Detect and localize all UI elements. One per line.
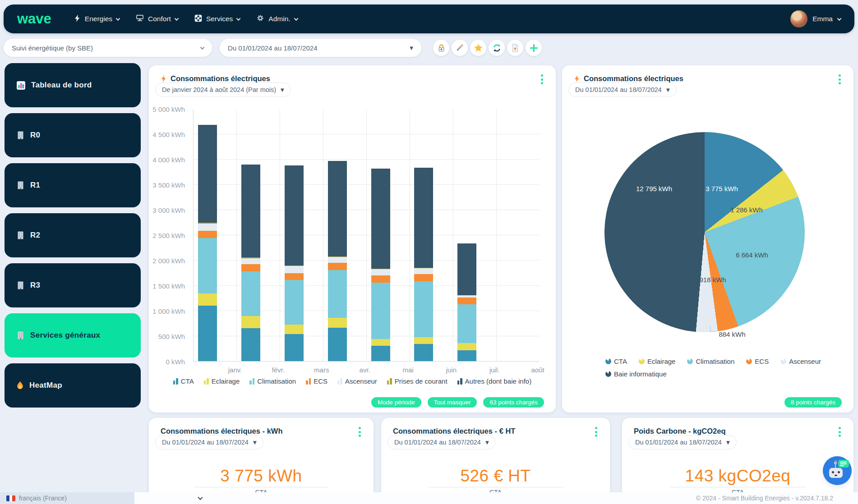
kpi-card-title: Consommations électriques - kWh [161, 427, 282, 435]
kpi-value: 143 kgCO2eq [622, 467, 853, 486]
bar-chart-glyph-icon [173, 378, 178, 385]
import-button[interactable] [507, 40, 523, 56]
fan-icon [194, 14, 202, 24]
kpi-card-1: Consommations électriques - kWhDu 01/01/… [149, 418, 374, 504]
bar-chart-card: Consommations électriques De janvier 202… [149, 65, 556, 412]
sidebar-item-label: R3 [30, 281, 40, 290]
bar-segment-ascenseur [414, 268, 433, 274]
robot-face-icon [829, 468, 843, 478]
sidebar-item-tableau-de-bord[interactable]: Tableau de bord [5, 63, 141, 107]
sidebar-item-r3[interactable]: R3 [5, 263, 141, 307]
legend-item-ascenseur[interactable]: Ascenseur [780, 357, 821, 365]
bar-segment-eclairage [198, 293, 217, 306]
pie-slice-label-ecs: 884 kWh [719, 330, 745, 338]
nav-item-services[interactable]: Services [194, 14, 240, 24]
bar-chart-glyph-icon [337, 378, 342, 385]
sidebar-item-label: Services généraux [30, 331, 100, 340]
bar-segment-ecs [328, 263, 347, 270]
legend-item-eclairage[interactable]: Eclairage [639, 357, 676, 365]
pie-period-value: Du 01/01/2024 au 18/07/2024 [575, 86, 662, 93]
x-tick-label: mars [314, 366, 329, 374]
bar-segment-ecs [198, 231, 217, 238]
kebab-menu-icon[interactable] [837, 425, 843, 439]
user-menu[interactable]: Emma [790, 10, 841, 27]
building-icon [16, 181, 25, 190]
legend-label: Eclairage [212, 377, 240, 385]
pie-period-select[interactable]: Du 01/01/2024 au 18/07/2024 ▼ [568, 82, 677, 97]
legend-label: Climatisation [257, 377, 296, 385]
sidebar-item-heatmap[interactable]: HeatMap [5, 363, 141, 408]
sidebar-item-r0[interactable]: R0 [5, 113, 141, 157]
sidebar-item-r1[interactable]: R1 [5, 163, 141, 207]
pie-chart-glyph-icon [605, 358, 611, 364]
pie-chart-card: Consommations électriques Du 01/01/2024 … [562, 65, 853, 412]
bar-band-juil: juil. [453, 109, 496, 361]
legend-label: Ascenseur [789, 357, 821, 365]
pie-card-title: Consommations électriques [584, 74, 683, 83]
bar-band-juin: juin [410, 109, 453, 361]
edit-button[interactable] [452, 40, 468, 56]
pie-chart-glyph-icon [605, 371, 611, 377]
pie-chart-glyph-icon [639, 358, 645, 364]
legend-item-eclairage[interactable]: Eclairage [204, 377, 240, 385]
y-tick-label: 0 kWh [166, 358, 185, 366]
legend-item-cta[interactable]: CTA [173, 377, 194, 385]
bar-card-title: Consommations électriques [171, 74, 270, 83]
kpi-period-select[interactable]: Du 01/01/2024 au 18/07/2024▼ [155, 435, 263, 449]
toolbar-actions [433, 40, 542, 56]
kebab-menu-icon[interactable] [357, 425, 363, 439]
bar-period-select[interactable]: De janvier 2024 à août 2024 (Par mois) ▼ [155, 82, 291, 97]
sidebar-item-r2[interactable]: R2 [5, 213, 141, 257]
nav-item-admin[interactable]: Admin. [256, 14, 297, 24]
chat-bubble-icon [838, 460, 849, 467]
building-icon [16, 281, 25, 290]
date-range-select[interactable]: Du 01/01/2024 au 18/07/2024 ▼ [220, 39, 421, 57]
kebab-menu-icon[interactable] [837, 73, 843, 86]
kebab-menu-icon[interactable] [593, 425, 599, 439]
sidebar-item-label: Tableau de bord [31, 81, 92, 90]
kebab-menu-icon[interactable] [539, 73, 545, 86]
pie-slice-label-climatisation: 6 664 kWh [736, 251, 768, 259]
collapse-chevron-icon[interactable] [198, 494, 202, 501]
legend-item-ecs[interactable]: ECS [746, 357, 769, 365]
bar-chart-glyph-icon [204, 378, 209, 385]
nav-item-energies[interactable]: Energies [74, 14, 120, 24]
bar-band-janv: janv. [194, 109, 237, 361]
legend-item-cta[interactable]: CTA [605, 357, 627, 365]
legend-item-prises-de-courant[interactable]: Prises de courant [387, 377, 447, 385]
view-select[interactable]: Suivi énergétique (by SBE) [4, 39, 212, 57]
kpi-card-title: Poids Carbone - kgCO2eq [634, 427, 726, 435]
favorite-button[interactable] [470, 40, 486, 56]
kpi-value: 3 775 kWh [149, 467, 374, 486]
legend-item-climatisation[interactable]: Climatisation [687, 357, 734, 365]
sidebar-item-services-g-n-raux[interactable]: Services généraux [5, 313, 141, 357]
nav-item-confort[interactable]: Confort [136, 14, 178, 23]
lightning-icon [161, 75, 167, 82]
legend-item-baie-informatique[interactable]: Baie informatique [605, 370, 667, 378]
x-tick-label: juil. [489, 366, 500, 374]
kpi-period-select[interactable]: Du 01/01/2024 au 18/07/2024▼ [387, 435, 496, 449]
import-icon [512, 44, 519, 52]
bar-plot: janv.févr.marsavr.maijuinjuil.août [193, 109, 540, 362]
legend-item-climatisation[interactable]: Climatisation [249, 377, 296, 385]
mode-periode-badge[interactable]: Mode période [371, 397, 421, 408]
language-selector[interactable]: français (France) [6, 495, 67, 502]
bar-band-mars: mars [280, 109, 323, 361]
x-tick-label: févr. [272, 366, 285, 374]
pie-legend: CTAEclairageClimatisationECSAscenseurBai… [605, 357, 822, 378]
tout-masquer-badge[interactable]: Tout masquer [428, 397, 477, 408]
refresh-button[interactable] [489, 40, 505, 56]
legend-item-autres-dont-baie-info-[interactable]: Autres (dont baie info) [457, 377, 532, 385]
user-name: Emma [812, 15, 833, 23]
wave-logo[interactable]: wave [17, 11, 51, 27]
caret-down-icon: ▼ [253, 440, 257, 445]
lock-button[interactable] [433, 40, 449, 56]
bar-band-aot: août [496, 109, 540, 361]
chatbot-button[interactable]: 1 [823, 456, 852, 485]
legend-item-ascenseur[interactable]: Ascenseur [337, 377, 377, 385]
add-button[interactable] [526, 40, 542, 56]
legend-item-ecs[interactable]: ECS [306, 377, 328, 385]
bolt-icon [74, 14, 81, 24]
bar-segment-autres-dont-baie-info- [198, 125, 217, 223]
kpi-period-select[interactable]: Du 01/01/2024 au 18/07/2024▼ [628, 435, 737, 449]
